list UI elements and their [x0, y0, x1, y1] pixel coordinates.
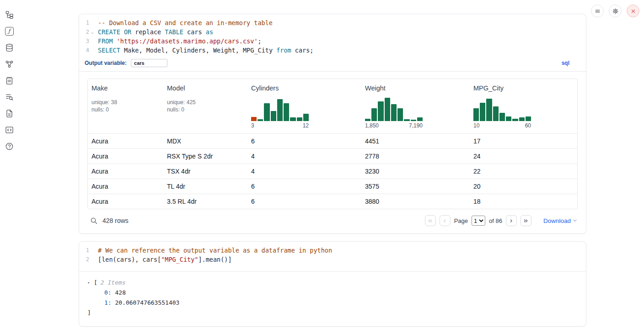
- page-select[interactable]: 1: [472, 216, 485, 226]
- hist-bar: [411, 120, 416, 121]
- hist-bar: [297, 117, 302, 121]
- table-cell: RSX Type S 2dr: [163, 149, 247, 164]
- data-table: Makeunique: 38nulls: 0Modelunique: 425nu…: [88, 79, 577, 209]
- items-count: 2 Items: [101, 278, 126, 288]
- hist-bar: [290, 117, 295, 121]
- table-cell: Acura: [88, 194, 163, 209]
- datasources-icon[interactable]: [5, 43, 14, 52]
- python-code-editor[interactable]: 1# We can reference the output variable …: [79, 242, 586, 271]
- chevron-right-icon: [508, 218, 514, 224]
- help-icon[interactable]: [5, 142, 14, 151]
- snippets-icon[interactable]: [5, 125, 14, 134]
- fold-chevron-icon[interactable]: ⌄: [89, 27, 96, 37]
- close-icon: [630, 8, 637, 15]
- hist-bar: [397, 108, 403, 121]
- code-line: 1-- Download a CSV and create an in-memo…: [79, 18, 586, 27]
- table-row[interactable]: AcuraTL 4dr6357520: [88, 179, 577, 194]
- item-value: 428: [115, 289, 125, 296]
- item-key: 0:: [104, 289, 112, 296]
- first-page-button[interactable]: [425, 215, 436, 226]
- column-header-mpg_city[interactable]: MPG_City1060: [470, 79, 577, 134]
- item-key: 1:: [104, 299, 112, 306]
- hist-bar: [486, 99, 492, 121]
- hist-bar: [284, 103, 289, 121]
- download-button[interactable]: Download: [543, 217, 578, 224]
- table-cell: 3230: [361, 164, 470, 179]
- collapse-chevron-icon[interactable]: ▾: [87, 278, 94, 288]
- column-histogram: 1,8507,190: [365, 96, 423, 129]
- table-row[interactable]: AcuraTSX 4dr4323022: [88, 164, 577, 179]
- hist-min-label: 3: [251, 122, 254, 129]
- hist-bar: [251, 117, 257, 121]
- hist-bar: [365, 119, 370, 121]
- column-title: Weight: [365, 84, 466, 93]
- hist-bar: [404, 119, 409, 121]
- column-stats: unique: 425nulls: 0: [167, 99, 244, 113]
- open-bracket: [: [94, 278, 97, 288]
- table-cell: 4451: [361, 134, 470, 149]
- menu-button[interactable]: [591, 5, 604, 17]
- hist-bar: [519, 117, 525, 121]
- code-line: 1# We can reference the output variable …: [79, 246, 586, 255]
- line-number: 4: [79, 46, 89, 55]
- previous-page-button[interactable]: [440, 215, 451, 226]
- settings-button[interactable]: [609, 5, 622, 17]
- list-output: ▾ [ 2 Items 0: 428 1: 20.060747663551403…: [79, 272, 586, 326]
- output-variable-row: Output variable: sql: [79, 57, 586, 72]
- code-line: 3FROM 'https://datasets.marimo.app/cars.…: [79, 37, 586, 46]
- item-value: 20.060747663551403: [115, 299, 179, 306]
- documentation-icon[interactable]: [5, 109, 14, 118]
- line-number: 3: [79, 37, 89, 46]
- hist-max-label: 12: [303, 122, 309, 129]
- hist-bar: [371, 108, 377, 121]
- hist-bar: [391, 104, 397, 121]
- table-cell: 22: [470, 164, 577, 179]
- table-cell: 24: [470, 149, 577, 164]
- column-stats: unique: 38nulls: 0: [91, 99, 160, 113]
- hist-bar: [271, 111, 276, 121]
- output-variable-label: Output variable:: [85, 60, 127, 66]
- table-cell: Acura: [88, 179, 163, 194]
- column-title: MPG_City: [473, 84, 574, 93]
- table-cell: MDX: [163, 134, 247, 149]
- hist-bar: [473, 108, 479, 121]
- table-row[interactable]: AcuraRSX Type S 2dr4277824: [88, 149, 577, 164]
- next-page-button[interactable]: [506, 215, 517, 226]
- hist-bar: [526, 116, 531, 121]
- column-header-cylinders[interactable]: Cylinders312: [247, 79, 361, 134]
- hist-bar: [378, 101, 383, 121]
- hist-max-label: 7,190: [409, 122, 423, 129]
- data-table-container: Makeunique: 38nulls: 0Modelunique: 425nu…: [87, 79, 578, 209]
- table-cell: 2778: [361, 149, 470, 164]
- logs-icon[interactable]: [5, 92, 14, 101]
- last-page-button[interactable]: [521, 215, 531, 226]
- column-title: Model: [167, 84, 244, 93]
- table-row[interactable]: Acura3.5 RL 4dr6388018: [88, 194, 577, 209]
- hist-bar: [506, 116, 511, 121]
- output-variable-input[interactable]: [131, 59, 167, 67]
- hist-bar: [303, 114, 309, 121]
- file-explorer-icon[interactable]: [5, 10, 14, 19]
- table-row[interactable]: AcuraMDX6445117: [88, 134, 577, 149]
- table-search-button[interactable]: [90, 217, 98, 225]
- dependency-graph-icon[interactable]: [5, 59, 14, 69]
- line-number: 1: [79, 18, 89, 27]
- column-header-model[interactable]: Modelunique: 425nulls: 0: [163, 79, 247, 134]
- python-cell: 1# We can reference the output variable …: [79, 241, 586, 327]
- close-button[interactable]: [627, 5, 639, 17]
- hist-bar: [385, 98, 390, 121]
- variables-icon[interactable]: ƒ: [5, 26, 14, 36]
- table-cell: TL 4dr: [163, 179, 247, 194]
- column-header-weight[interactable]: Weight1,8507,190: [361, 79, 470, 134]
- scratchpad-icon[interactable]: [5, 76, 14, 85]
- hist-bar: [480, 103, 485, 122]
- chevrons-right-icon: [523, 218, 529, 224]
- column-header-make[interactable]: Makeunique: 38nulls: 0: [88, 79, 163, 134]
- sql-code-editor[interactable]: 1-- Download a CSV and create an in-memo…: [79, 14, 586, 57]
- language-badge[interactable]: sql: [562, 60, 580, 66]
- column-title: Make: [91, 84, 160, 93]
- column-histogram: 1060: [473, 96, 531, 129]
- close-bracket: ]: [87, 308, 586, 318]
- menu-icon: [594, 8, 601, 15]
- table-cell: Acura: [88, 164, 163, 179]
